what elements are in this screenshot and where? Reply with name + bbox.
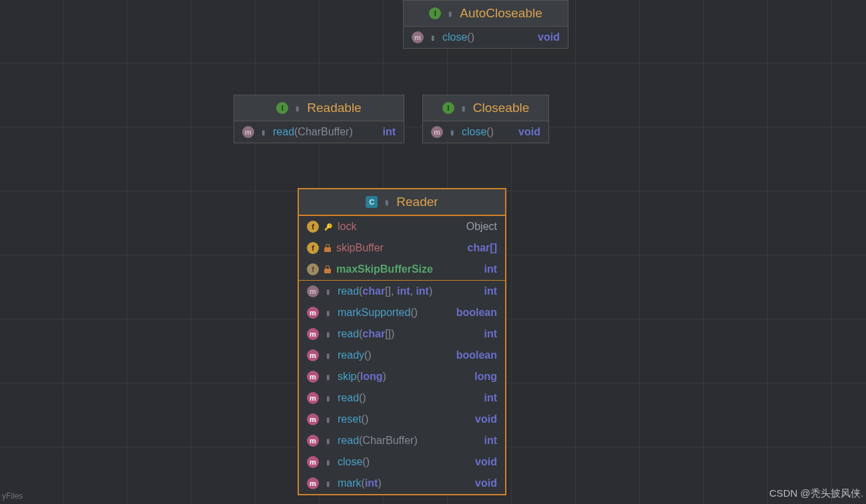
visibility-icon: ▮	[448, 128, 456, 136]
visibility-icon: ▮	[324, 415, 332, 423]
member-signature: close()	[462, 126, 513, 138]
member-signature: close()	[442, 31, 532, 43]
node-title: Readable	[307, 101, 361, 115]
visibility-icon: ▮	[446, 9, 454, 17]
m-icon: m	[307, 371, 319, 383]
m-icon: m	[307, 307, 319, 319]
member-return: void	[475, 477, 497, 489]
m-icon: m	[307, 435, 319, 447]
member-return: void	[475, 413, 497, 425]
member-signature: skip(long)	[338, 371, 469, 383]
visibility-icon: ▮	[324, 458, 332, 466]
class-icon: C	[366, 196, 378, 208]
member-return: void	[518, 126, 540, 138]
visibility-icon: ▮	[429, 33, 437, 41]
member-signature: lock	[338, 221, 461, 233]
member-return: int	[484, 392, 497, 404]
member-row[interactable]: f🔑 lock Object	[299, 216, 505, 237]
member-signature: read(char[])	[338, 328, 478, 340]
m-icon: m	[307, 392, 319, 404]
node-title: Reader	[396, 195, 438, 209]
interface-icon: I	[276, 102, 288, 114]
node-header: I ▮ Closeable	[423, 95, 548, 121]
node-closeable[interactable]: I ▮ Closeable m▮ close() void	[422, 95, 549, 143]
member-row[interactable]: m▮ ready() boolean	[299, 345, 505, 366]
node-header: I ▮ AutoCloseable	[404, 1, 568, 27]
node-reader[interactable]: C ▮ Reader f🔑 lock Object f skipBuffer c…	[298, 188, 506, 495]
member-return: int	[382, 126, 396, 138]
member-signature: ready()	[338, 349, 451, 361]
member-signature: read(CharBuffer)	[273, 126, 377, 138]
member-row[interactable]: m▮ reset() void	[299, 409, 505, 430]
m-icon: m	[307, 477, 319, 489]
member-row[interactable]: f maxSkipBufferSize int	[299, 259, 505, 280]
node-title: AutoCloseable	[460, 6, 542, 21]
member-row[interactable]: m▮ close() void	[404, 27, 568, 48]
member-signature: reset()	[338, 413, 470, 425]
member-return: void	[538, 31, 560, 43]
visibility-icon: ▮	[324, 309, 332, 317]
ma-icon: m	[307, 285, 319, 297]
member-return: long	[474, 371, 497, 383]
member-return: int	[484, 328, 497, 340]
member-row[interactable]: m▮ mark(int) void	[299, 473, 505, 494]
powered-by: yFiles	[2, 491, 23, 501]
member-signature: read()	[338, 392, 478, 404]
node-header: I ▮ Readable	[234, 95, 404, 121]
member-signature: read(CharBuffer)	[338, 435, 478, 447]
interface-icon: I	[442, 102, 454, 114]
member-signature: close()	[338, 456, 470, 468]
node-autocloseable[interactable]: I ▮ AutoCloseable m▮ close() void	[403, 0, 568, 49]
member-return: char[]	[468, 242, 497, 254]
visibility-icon: ▮	[324, 287, 332, 295]
member-row[interactable]: m▮ close() void	[423, 121, 548, 143]
m-icon: m	[307, 328, 319, 340]
member-return: void	[475, 456, 497, 468]
diagram-canvas[interactable]: I ▮ AutoCloseable m▮ close() void I ▮ Re…	[0, 0, 866, 504]
member-return: Object	[466, 221, 497, 233]
node-readable[interactable]: I ▮ Readable m▮ read(CharBuffer) int	[234, 95, 404, 143]
visibility-icon: ▮	[324, 351, 332, 359]
member-row[interactable]: m▮ read(char[], int, int) int	[299, 280, 505, 302]
member-row[interactable]: m▮ close() void	[299, 451, 505, 473]
padlock-icon	[324, 244, 331, 252]
member-row[interactable]: m▮ markSupported() boolean	[299, 302, 505, 323]
member-row[interactable]: m▮ read(CharBuffer) int	[299, 430, 505, 451]
member-signature: maxSkipBufferSize	[336, 263, 478, 275]
m-icon: m	[307, 456, 319, 468]
visibility-icon: ▮	[324, 479, 332, 487]
watermark: CSDN @秃头披风侠.	[769, 487, 863, 500]
member-row[interactable]: m▮ read(char[]) int	[299, 323, 505, 345]
visibility-icon: ▮	[383, 198, 391, 206]
member-signature: skipBuffer	[336, 242, 462, 254]
m-icon: m	[307, 349, 319, 361]
node-title: Closeable	[473, 101, 530, 115]
visibility-icon: ▮	[460, 104, 468, 112]
member-signature: mark(int)	[338, 477, 470, 489]
ma-icon: m	[242, 126, 254, 138]
visibility-icon: ▮	[294, 104, 302, 112]
member-return: int	[484, 435, 497, 447]
m-icon: m	[307, 413, 319, 425]
ma-icon: m	[431, 126, 443, 138]
visibility-icon: ▮	[260, 128, 268, 136]
padlock-icon	[324, 265, 331, 273]
ma-icon: m	[412, 31, 424, 43]
member-return: int	[484, 285, 497, 297]
member-row[interactable]: m▮ read() int	[299, 387, 505, 409]
member-return: boolean	[456, 349, 497, 361]
member-return: int	[484, 263, 497, 275]
f-icon: f	[307, 242, 319, 254]
interface-icon: I	[429, 7, 441, 19]
member-signature: read(char[], int, int)	[338, 285, 478, 297]
member-signature: markSupported()	[338, 307, 451, 319]
member-row[interactable]: f skipBuffer char[]	[299, 237, 505, 259]
key-icon: 🔑	[324, 223, 332, 231]
visibility-icon: ▮	[324, 373, 332, 381]
member-row[interactable]: m▮ skip(long) long	[299, 366, 505, 387]
node-header: C ▮ Reader	[299, 189, 505, 216]
visibility-icon: ▮	[324, 394, 332, 402]
visibility-icon: ▮	[324, 330, 332, 338]
visibility-icon: ▮	[324, 437, 332, 445]
member-row[interactable]: m▮ read(CharBuffer) int	[234, 121, 404, 143]
